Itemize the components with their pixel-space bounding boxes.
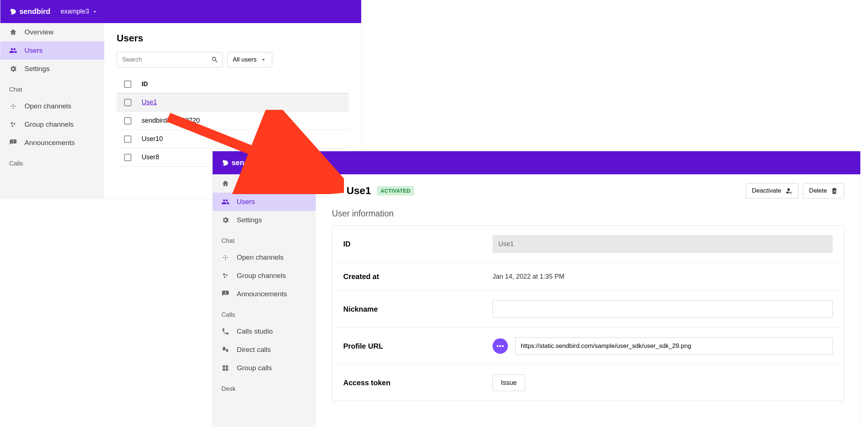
info-card: ID Use1 Created at Jan 14, 2022 at 1:35 … [332,225,844,401]
sidebar-item-label: Group calls [237,364,272,372]
announcements-icon [9,139,17,147]
open-channels-icon [9,102,17,110]
svg-point-14 [226,274,228,276]
gear-icon [9,65,17,73]
header: sendbird example3 [0,0,361,23]
info-row-nickname: Nickname [332,291,844,328]
brand-logo-icon [9,8,17,16]
svg-point-15 [224,276,226,278]
svg-point-12 [225,259,226,260]
app-name: example3 [273,159,301,167]
app-name: example3 [60,8,89,15]
detail-main: Use1 ACTIVATED Deactivate Delete User in… [316,174,860,427]
value-id: Use1 [493,235,833,253]
sidebar-item-label: Overview [25,28,53,36]
table-row[interactable]: sendbirdian-200720 [117,112,349,130]
sidebar-item-label: Announcements [25,139,75,147]
users-icon [9,47,17,55]
app-switcher[interactable]: example3 [273,159,310,167]
chevron-down-icon [304,160,310,166]
home-icon [9,28,17,36]
svg-rect-16 [223,347,225,350]
svg-point-13 [223,274,225,276]
trash-icon [831,187,838,194]
table-header: ID [117,75,349,93]
sidebar-item-open-channels[interactable]: Open channels [213,248,316,267]
brand: sendbird [9,7,50,16]
sidebar-item-label: Open channels [25,102,71,110]
sidebar-item-calls-studio[interactable]: Calls studio [213,322,316,341]
chevron-down-icon [91,8,98,15]
svg-point-1 [11,106,12,107]
svg-rect-19 [226,365,228,368]
sidebar-item-group-channels[interactable]: Group channels [213,267,316,285]
select-all-checkbox[interactable] [124,81,131,88]
brand: sendbird [221,159,262,167]
sidebar-item-overview[interactable]: Overview [0,23,104,41]
brand-name: sendbird [19,7,50,16]
svg-point-5 [11,122,13,125]
phone-icon [221,327,229,335]
sidebar-item-label: Users [237,198,255,206]
section-title: User information [332,209,844,219]
row-checkbox[interactable] [124,99,131,106]
svg-point-2 [15,106,16,107]
table-row[interactable]: Use1 [117,93,349,112]
profile-url-input[interactable] [515,337,833,355]
row-checkbox[interactable] [124,135,131,143]
announcements-icon [221,290,229,298]
svg-point-3 [13,104,14,105]
app-switcher[interactable]: example3 [60,8,98,15]
sidebar-item-group-channels[interactable]: Group channels [0,115,104,134]
sidebar-item-users[interactable]: Users [0,41,104,60]
svg-point-24 [502,345,504,347]
sidebar-section-desk: Desk [213,377,316,396]
sidebar-item-label: Overview [237,179,266,187]
user-link[interactable]: Use1 [142,99,157,106]
back-arrow-icon[interactable] [332,186,341,195]
table-row[interactable]: User10 [117,130,349,148]
sidebar-item-open-channels[interactable]: Open channels [0,97,104,115]
open-channels-icon [221,253,229,261]
row-checkbox[interactable] [124,117,131,125]
chat-bubble-icon [496,343,505,349]
detail-topbar: Use1 ACTIVATED Deactivate Delete [332,183,844,198]
brand-logo-icon [221,159,229,167]
sidebar-section-calls: Calls [213,303,316,322]
label-nickname: Nickname [343,305,493,313]
sidebar-item-settings[interactable]: Settings [213,211,316,229]
sidebar-item-users[interactable]: Users [213,193,316,211]
issue-button[interactable]: Issue [493,374,525,391]
home-icon [221,179,229,187]
search-wrap [117,52,223,67]
sidebar-item-direct-calls[interactable]: Direct calls [213,341,316,359]
sidebar-section-calls: Calls [0,152,104,171]
sidebar-item-announcements[interactable]: Announcements [0,134,104,152]
user-id: User10 [142,135,163,143]
sidebar-item-label: Direct calls [237,346,271,354]
delete-button[interactable]: Delete [803,183,844,198]
avatar [493,338,508,354]
users-icon [221,198,229,206]
sidebar-item-label: Group channels [237,272,286,280]
sidebar-item-overview[interactable]: Overview [213,174,316,193]
deactivate-button[interactable]: Deactivate [746,183,798,198]
col-id: ID [142,81,148,88]
sidebar-item-announcements[interactable]: Announcements [213,285,316,303]
svg-point-4 [13,108,14,109]
svg-point-0 [12,105,14,107]
sidebar-item-settings[interactable]: Settings [0,60,104,78]
filter-dropdown[interactable]: All users [227,52,272,67]
label-id: ID [343,240,493,248]
nickname-input[interactable] [493,300,833,318]
user-off-icon [785,187,792,194]
detail-panel: sendbird example3 Overview Users Setting… [213,151,860,427]
deactivate-label: Deactivate [752,187,781,194]
search-input[interactable] [117,52,223,67]
sidebar-item-label: Calls studio [237,327,273,335]
sidebar-item-group-calls[interactable]: Group calls [213,359,316,377]
direct-calls-icon [221,346,229,354]
row-checkbox[interactable] [124,154,131,161]
sidebar-item-label: Group channels [25,120,74,129]
sidebar-item-label: Open channels [237,253,284,261]
